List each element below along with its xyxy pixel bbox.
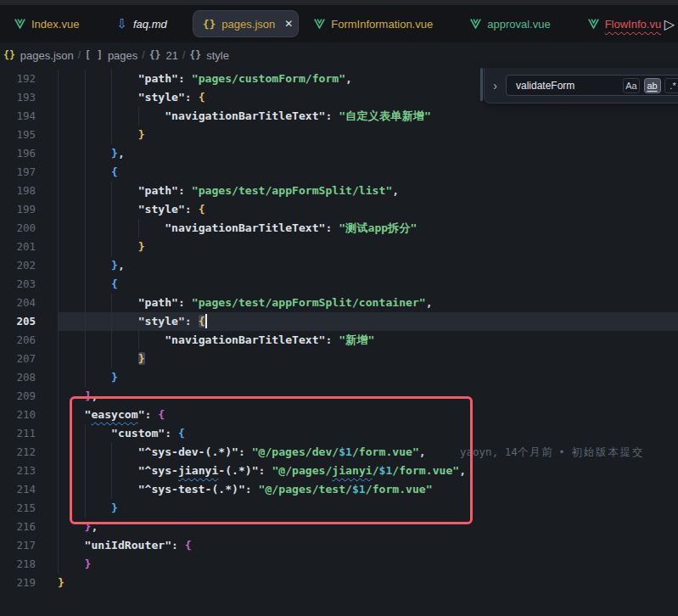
- code-line-194[interactable]: 194"navigationBarTitleText": "自定义表单新增": [0, 107, 678, 126]
- code-line-213[interactable]: 213"^sys-jianyi-(.*)": "@/pages/jianyi/$…: [0, 462, 678, 480]
- code-text: },: [111, 144, 125, 163]
- indent-guide: [58, 238, 59, 256]
- find-option-whole-word[interactable]: ab: [644, 78, 661, 93]
- editor-code-area[interactable]: 192"path": "pages/customForm/form",193"s…: [0, 68, 678, 592]
- indent-guide: [58, 331, 59, 350]
- code-line-212[interactable]: 212"^sys-dev-(.*)": "@/pages/dev/$1/form…: [0, 443, 678, 462]
- breadcrumb-label: pages: [108, 49, 137, 62]
- token: $1: [339, 445, 352, 458]
- token: :: [325, 221, 339, 234]
- code-line-204[interactable]: 204"path": "pages/test/appFormSplit/cont…: [0, 294, 678, 312]
- indent-guide: [111, 200, 112, 219]
- token: }: [138, 128, 145, 141]
- find-widget: › Aaab.*: [484, 68, 678, 104]
- token: :: [245, 483, 259, 496]
- code-line-218[interactable]: 218}: [0, 555, 678, 574]
- code-line-203[interactable]: 203{: [0, 275, 678, 294]
- token: "navigationBarTitleText": [165, 109, 325, 122]
- token: $1: [379, 464, 393, 477]
- tab-pages-json[interactable]: {}pages.json✕: [193, 10, 300, 37]
- find-option-regex[interactable]: .*: [664, 78, 678, 93]
- code-line-198[interactable]: 198"path": "pages/test/appFormSplit/list…: [0, 182, 678, 200]
- code-text: }: [111, 368, 118, 387]
- find-expand-chevron-icon[interactable]: ›: [485, 79, 506, 92]
- breadcrumb-label: 21: [166, 49, 178, 62]
- code-text: }: [138, 126, 145, 144]
- token: :: [325, 109, 339, 122]
- indent-guide: [111, 126, 112, 144]
- indent-guide: [58, 182, 59, 200]
- code-text: {: [111, 163, 118, 182]
- line-number: 219: [0, 574, 36, 592]
- code-line-205[interactable]: 205"style": {: [0, 312, 678, 331]
- code-line-211[interactable]: 211"custom": {: [0, 424, 678, 443]
- code-line-217[interactable]: 217"uniIdRouter": {: [0, 536, 678, 555]
- code-line-195[interactable]: 195}: [0, 126, 678, 144]
- token: :: [178, 184, 192, 197]
- breadcrumb-item-21[interactable]: {}21: [149, 49, 178, 62]
- indent-guide: [111, 238, 112, 256]
- indent-guide: [58, 70, 59, 88]
- indent-guide: [85, 88, 86, 107]
- indent-guide: [58, 387, 59, 406]
- code-line-207[interactable]: 207}: [0, 350, 678, 368]
- token: easycom: [91, 408, 137, 421]
- code-line-219[interactable]: 219}: [0, 574, 678, 592]
- code-line-215[interactable]: 215}: [0, 499, 678, 518]
- token: ,: [118, 147, 125, 160]
- indent-guide: [58, 200, 59, 219]
- breadcrumb-item-style[interactable]: {}style: [189, 49, 229, 62]
- tab-close-icon[interactable]: ✕: [283, 17, 294, 31]
- tab-approval-vue[interactable]: approval.vue: [451, 5, 569, 42]
- tab-overflow-icon[interactable]: ▷: [663, 5, 676, 42]
- code-line-209[interactable]: 209],: [0, 387, 678, 406]
- token: /form.vue": [366, 483, 433, 496]
- token: "^sys-test-(.*)": [138, 483, 245, 496]
- token: }: [111, 259, 118, 272]
- code-line-200[interactable]: 200"navigationBarTitleText": "测试app拆分": [0, 219, 678, 238]
- tab-label: Index.vue: [31, 18, 79, 31]
- line-number: 216: [0, 518, 36, 536]
- code-line-196[interactable]: 196},: [0, 144, 678, 163]
- indent-guide: [58, 107, 59, 126]
- cjk-text: 初始版本提交: [571, 445, 644, 458]
- line-number: 199: [0, 200, 36, 219]
- token: "测试app拆分": [339, 221, 417, 234]
- line-number: 218: [0, 555, 36, 574]
- code-text: "navigationBarTitleText": "自定义表单新增": [165, 107, 431, 126]
- code-line-214[interactable]: 214"^sys-test-(.*)": "@/pages/test/$1/fo…: [0, 480, 678, 499]
- indent-guide: [58, 555, 59, 574]
- find-widget-sash[interactable]: [480, 68, 483, 101]
- code-line-199[interactable]: 199"style": {: [0, 200, 678, 219]
- code-line-206[interactable]: 206"navigationBarTitleText": "新增": [0, 331, 678, 350]
- find-option-match-case[interactable]: Aa: [623, 78, 640, 93]
- code-text: "navigationBarTitleText": "新增": [165, 331, 374, 350]
- code-line-216[interactable]: 216},: [0, 518, 678, 536]
- find-input[interactable]: [507, 80, 623, 92]
- breadcrumb-item-pages-json[interactable]: {}pages.json: [3, 49, 74, 62]
- indent-guide: [85, 163, 86, 182]
- tab-index-vue[interactable]: Index.vue: [0, 5, 98, 42]
- token: :: [145, 408, 159, 421]
- indent-guide: [111, 88, 112, 107]
- tab-faq-md[interactable]: ⇩faq.md: [98, 5, 185, 42]
- vscode-window: Index.vue⇩faq.md{}pages.json✕FormInforma…: [0, 0, 678, 616]
- line-number: 206: [0, 331, 36, 350]
- indent-guide: [85, 312, 86, 331]
- code-line-208[interactable]: 208}: [0, 368, 678, 387]
- tab-forminformation-vue[interactable]: FormInformation.vue: [295, 5, 451, 42]
- object-icon: {}: [189, 49, 201, 61]
- indent-guide: [58, 88, 59, 107]
- line-number: 213: [0, 462, 36, 480]
- indent-guide: [58, 368, 59, 387]
- indent-guide: [85, 144, 86, 163]
- code-text: },: [85, 518, 98, 536]
- code-line-202[interactable]: 202},: [0, 256, 678, 275]
- code-line-201[interactable]: 201}: [0, 238, 678, 256]
- tab-label: FormInformation.vue: [331, 18, 433, 31]
- token: }: [111, 501, 118, 514]
- code-line-197[interactable]: 197{: [0, 163, 678, 182]
- code-line-210[interactable]: 210"easycom": {: [0, 406, 678, 424]
- token: /: [373, 464, 379, 477]
- breadcrumb-item-pages[interactable]: [ ]pages: [85, 49, 137, 62]
